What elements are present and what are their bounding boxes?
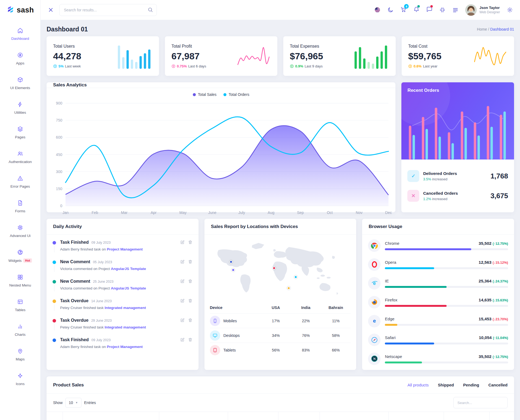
- world-map[interactable]: [210, 238, 351, 301]
- activity-item: New Comment 25 June 2023 Victoria commen…: [53, 279, 193, 298]
- edit-icon[interactable]: [180, 259, 185, 271]
- browser-progress-fill: [385, 248, 471, 250]
- table-search-input[interactable]: [453, 397, 508, 408]
- edit-icon[interactable]: [180, 298, 185, 310]
- language-flag-icon[interactable]: [374, 7, 381, 13]
- settings-gear-icon[interactable]: [507, 7, 513, 13]
- brand-logo[interactable]: sash: [0, 0, 40, 20]
- notifications-bell-icon[interactable]: [413, 6, 420, 14]
- sidebar-item-utilities[interactable]: Utilities: [13, 98, 27, 118]
- sidebar-item-dashboard[interactable]: Dashboard: [10, 24, 30, 44]
- arrow-up-circle-icon: [408, 64, 412, 68]
- sidebar-item-nested-menu[interactable]: Nested Menu: [8, 271, 32, 291]
- sidebar-item-widgets[interactable]: Widgets Hot: [7, 246, 33, 266]
- trash-icon[interactable]: [188, 240, 193, 251]
- order-status-icon: ✓: [407, 170, 419, 182]
- browser-row: Chrome 35,502 (↑12.75%): [368, 239, 508, 252]
- activity-link[interactable]: Project Management: [107, 345, 143, 349]
- page-title: Dashboard 01: [47, 26, 88, 33]
- legend-item[interactable]: Total Orders: [223, 92, 249, 97]
- activity-link[interactable]: Integrated management: [105, 306, 146, 310]
- entries-select[interactable]: 10 ▼: [65, 398, 82, 408]
- browser-icon: N: [368, 353, 381, 365]
- fullscreen-icon[interactable]: [439, 7, 446, 13]
- sidebar-item-label: Icons: [16, 382, 24, 386]
- sidebar-item-label: Forms: [15, 209, 25, 213]
- stat-change: 5% Last week: [53, 64, 81, 68]
- trash-icon[interactable]: [188, 298, 193, 310]
- trash-icon[interactable]: [188, 318, 193, 329]
- browser-progress-fill: [385, 305, 446, 307]
- sidebar-item-label: Widgets: [8, 259, 22, 263]
- product-sales-title: Product Sales: [53, 382, 84, 388]
- browser-row: Safari 10,054 (↑11.04%): [368, 334, 508, 346]
- sidebar-item-maps[interactable]: Maps: [15, 344, 26, 365]
- sidebar-item-authentication[interactable]: Authentication: [8, 147, 33, 167]
- close-search-icon[interactable]: [48, 7, 54, 13]
- svg-text:150: 150: [56, 187, 62, 191]
- map-marker[interactable]: [229, 261, 232, 263]
- cart-icon[interactable]: 4: [400, 6, 407, 14]
- map-marker[interactable]: [294, 275, 297, 278]
- search-icon[interactable]: [148, 7, 153, 14]
- sidebar-item-pages[interactable]: Pages: [14, 122, 26, 143]
- map-marker[interactable]: [272, 267, 275, 270]
- dark-mode-icon[interactable]: [387, 7, 394, 13]
- svg-text:June: June: [208, 210, 216, 215]
- sidebar-item-ui-elements[interactable]: UI Elements: [9, 73, 31, 93]
- activity-dot: [53, 319, 56, 323]
- product-sales-header: Product Sales All products Shipped Pendi…: [47, 376, 514, 394]
- sidebar-item-charts[interactable]: Charts: [14, 320, 27, 340]
- trash-icon[interactable]: [188, 259, 193, 271]
- edit-icon[interactable]: [180, 318, 185, 329]
- search-input[interactable]: [59, 4, 157, 16]
- activity-dot: [53, 241, 56, 245]
- sidebar-item-error-pages[interactable]: Error Pages: [9, 172, 31, 192]
- recent-orders-chart: [406, 97, 510, 159]
- activity-link[interactable]: AngularJS Template: [111, 267, 146, 271]
- edit-icon[interactable]: [180, 279, 185, 290]
- stat-label: Total Users: [53, 44, 81, 49]
- map-marker[interactable]: [287, 287, 290, 290]
- stat-sparkline: [118, 43, 152, 69]
- trash-icon[interactable]: [188, 279, 193, 290]
- sidebar-item-forms[interactable]: Forms: [14, 196, 26, 217]
- messages-icon[interactable]: [426, 6, 433, 14]
- sidebar-item-advanced-ui[interactable]: Advanced Ui: [9, 221, 32, 241]
- trash-icon[interactable]: [188, 337, 193, 349]
- sidebar-item-icons[interactable]: Icons: [15, 369, 25, 389]
- map-marker[interactable]: [232, 269, 235, 272]
- product-sales-tab[interactable]: Cancelled: [488, 383, 508, 387]
- breadcrumb-home[interactable]: Home: [477, 27, 487, 31]
- product-table-header-row: [47, 412, 514, 420]
- browser-usage-list: Chrome 35,502 (↑12.75%): [362, 235, 514, 370]
- stat-sparkline: [473, 43, 508, 69]
- svg-text:Mar: Mar: [121, 210, 128, 215]
- user-menu[interactable]: Json Taylor Web Designer: [465, 4, 500, 16]
- edit-icon[interactable]: [180, 337, 185, 349]
- product-sales-tab[interactable]: Pending: [463, 383, 479, 387]
- activity-link[interactable]: Project Management: [107, 247, 143, 251]
- sidebar-item-tables[interactable]: Tables: [14, 295, 27, 315]
- sidebar-item-label: Authentication: [9, 160, 32, 164]
- browser-row: Firefox 14,635 (↓15.63%): [368, 296, 508, 308]
- recent-orders-item: ✕ Cancelled Orders 1.2% increased 3,675: [407, 190, 508, 202]
- activity-link[interactable]: Integrated management: [105, 325, 146, 329]
- sidebar-item-label: UI Elements: [10, 86, 30, 90]
- product-sales-tab[interactable]: All products: [407, 383, 428, 387]
- svg-text:900: 900: [56, 101, 62, 105]
- legend-item[interactable]: Total Sales: [193, 92, 216, 97]
- edit-icon[interactable]: [180, 240, 185, 251]
- activity-link[interactable]: AngularJS Template: [111, 286, 146, 290]
- recent-orders-title: Recent Orders: [407, 88, 508, 93]
- recent-orders-header: Recent Orders: [401, 82, 514, 159]
- sidebar-item-apps[interactable]: Apps: [15, 48, 25, 69]
- stat-sparkline: [355, 43, 389, 69]
- right-sidebar-toggle-icon[interactable]: [452, 7, 459, 13]
- stat-value: 67,987: [171, 51, 206, 61]
- svg-text:Dec: Dec: [385, 210, 392, 215]
- svg-text:300: 300: [56, 170, 62, 174]
- product-sales-tab[interactable]: Shipped: [438, 383, 454, 387]
- svg-text:Aug: Aug: [268, 210, 274, 215]
- browser-progress-fill: [385, 362, 422, 363]
